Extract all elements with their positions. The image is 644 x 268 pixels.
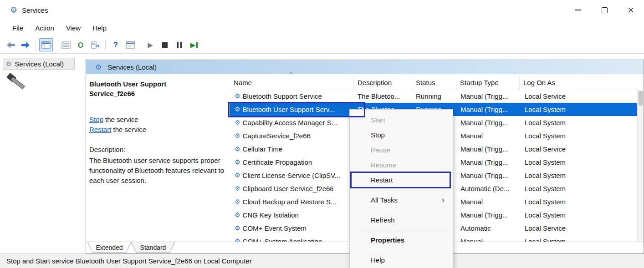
service-name: COM+ Event System (243, 222, 307, 235)
column-header-name[interactable]: Name (230, 76, 354, 90)
maximize-icon (602, 7, 608, 13)
menu-separator (354, 250, 448, 250)
cell-name: ⚙Client License Service (ClipSV... (230, 169, 354, 182)
cell-startup-type: Manual (Trigg... (456, 103, 520, 116)
menu-bar: FileActionViewHelp (0, 20, 644, 36)
service-description: The Bluetooth user service supports prop… (89, 156, 229, 186)
cell-name: ⚙Capability Access Manager S... (230, 116, 354, 129)
cell-startup-type: Manual (456, 195, 520, 208)
context-menu: StartStopPauseResumeRestartAll Tasks›Ref… (349, 109, 453, 268)
panel-divider[interactable] (85, 54, 85, 253)
restart-link-suffix: the service (111, 126, 146, 133)
close-button[interactable] (618, 0, 644, 20)
tab-inner: Extended (88, 242, 131, 253)
table-row[interactable]: ⚙Bluetooth Support ServiceThe Bluetoo...… (230, 90, 637, 103)
restart-service-link[interactable]: Restart (89, 126, 111, 133)
menu-item-action[interactable]: Action (29, 22, 60, 35)
status-bar: Stop and Start service Bluetooth User Su… (0, 253, 644, 268)
cell-log-on-as: Local Service (520, 142, 637, 156)
maximize-button[interactable] (591, 0, 618, 20)
menu-item-label: Refresh (371, 216, 395, 224)
hammer-cursor-icon (6, 72, 28, 96)
service-name: Cellular Time (243, 142, 283, 156)
vertical-scrollbar[interactable] (637, 90, 644, 242)
restart-service-icon[interactable]: ▶ (187, 38, 201, 51)
service-name: Clipboard User Service_f2e66 (243, 182, 334, 195)
show-console-tree-icon[interactable] (39, 38, 53, 51)
stop-service-link[interactable]: Stop (89, 116, 103, 123)
pause-service-icon[interactable] (173, 38, 186, 51)
cell-log-on-as: Local System (520, 235, 637, 242)
service-name: Certificate Propagation (243, 156, 312, 169)
cell-log-on-as: Local System (520, 156, 637, 169)
column-header-description[interactable]: Description (354, 76, 412, 90)
cell-log-on-as: Local System (520, 182, 637, 195)
context-menu-item-start[interactable]: Start (350, 112, 453, 127)
service-gear-icon: ⚙ (235, 169, 240, 182)
menu-item-label: All Tasks (371, 196, 398, 204)
tree-node-label: Services (Local) (15, 60, 64, 68)
window-title: Services (22, 6, 48, 14)
tab-standard[interactable]: Standard (131, 242, 175, 253)
tab-inner: Standard (132, 242, 174, 253)
stop-link-suffix: the service (103, 116, 138, 123)
cell-startup-type: Manual (Trigg... (456, 208, 520, 222)
service-action-links: Stop the service Restart the service (89, 115, 231, 135)
context-menu-item-refresh[interactable]: Refresh (350, 212, 453, 228)
export-list-icon[interactable] (88, 38, 102, 51)
column-header-startup-type[interactable]: Startup Type (456, 76, 520, 90)
scrollbar-thumb[interactable] (639, 91, 643, 106)
context-menu-item-pause[interactable]: Pause (350, 142, 453, 157)
service-name: Bluetooth Support Service (243, 90, 322, 103)
menu-item-help[interactable]: Help (87, 22, 112, 35)
selected-service-title: Bluetooth User Support Service_f2e66 (89, 79, 208, 98)
column-header-status[interactable]: Status (412, 76, 456, 90)
service-gear-icon: ⚙ (235, 103, 240, 116)
cell-name: ⚙Bluetooth User Support Serv... (230, 103, 354, 116)
list-view-icon[interactable] (59, 38, 73, 51)
refresh-icon[interactable] (74, 38, 87, 51)
cell-log-on-as: Local System (520, 129, 637, 142)
cell-name: ⚙Certificate Propagation (230, 156, 354, 169)
menu-item-label: Help (371, 256, 385, 264)
restart-service-line: Restart the service (89, 125, 231, 135)
context-menu-item-resume[interactable]: Resume (350, 157, 453, 172)
title-bar: ⚙ Services (0, 0, 644, 20)
context-menu-item-all-tasks[interactable]: All Tasks› (350, 192, 453, 207)
minimize-button[interactable] (565, 0, 591, 20)
back-icon[interactable] (4, 38, 18, 51)
service-name: Capability Access Manager S... (243, 116, 337, 129)
menu-separator (354, 230, 448, 230)
panel-gear-icon: ⚙ (95, 63, 102, 71)
context-menu-item-properties[interactable]: Properties (350, 233, 453, 248)
service-name: Bluetooth User Support Serv... (243, 103, 335, 116)
cell-name: ⚙COM+ Event System (230, 222, 354, 235)
service-description-block: Description: The Bluetooth user service … (89, 145, 231, 186)
tree-node-services-local[interactable]: ⚙ Services (Local) (3, 58, 75, 70)
context-menu-item-restart[interactable]: Restart (350, 172, 453, 187)
menu-item-view[interactable]: View (60, 22, 87, 35)
cell-startup-type: Manual (Trigg... (456, 142, 520, 156)
cell-startup-type: Manual (456, 129, 520, 142)
service-gear-icon: ⚙ (235, 129, 240, 142)
service-info-pane: Bluetooth User Support Service_f2e66 Sto… (89, 79, 231, 186)
start-service-icon[interactable]: ▶ (143, 38, 157, 51)
properties-window-icon[interactable] (123, 38, 137, 51)
toolbar: ? ▶ ▶ (0, 36, 644, 54)
cell-name: ⚙Cloud Backup and Restore S... (230, 195, 354, 208)
cell-startup-type: Manual (Trigg... (456, 116, 520, 129)
context-menu-item-stop[interactable]: Stop (350, 127, 453, 142)
tab-extended[interactable]: Extended (87, 242, 131, 253)
stop-service-icon[interactable] (158, 38, 172, 51)
service-gear-icon: ⚙ (235, 208, 240, 222)
context-menu-item-help[interactable]: Help (350, 253, 453, 268)
cell-name: ⚙Cellular Time (230, 142, 354, 156)
toolbar-separator (105, 40, 106, 50)
status-text: Stop and Start service Bluetooth User Su… (6, 257, 252, 265)
help-icon[interactable]: ? (109, 38, 123, 51)
menu-item-file[interactable]: File (6, 22, 29, 35)
cell-log-on-as: Local Service (520, 222, 637, 235)
column-header-log-on-as[interactable]: Log On As (520, 76, 637, 90)
cell-name: ⚙Bluetooth Support Service (230, 90, 354, 103)
forward-icon[interactable] (19, 38, 32, 51)
